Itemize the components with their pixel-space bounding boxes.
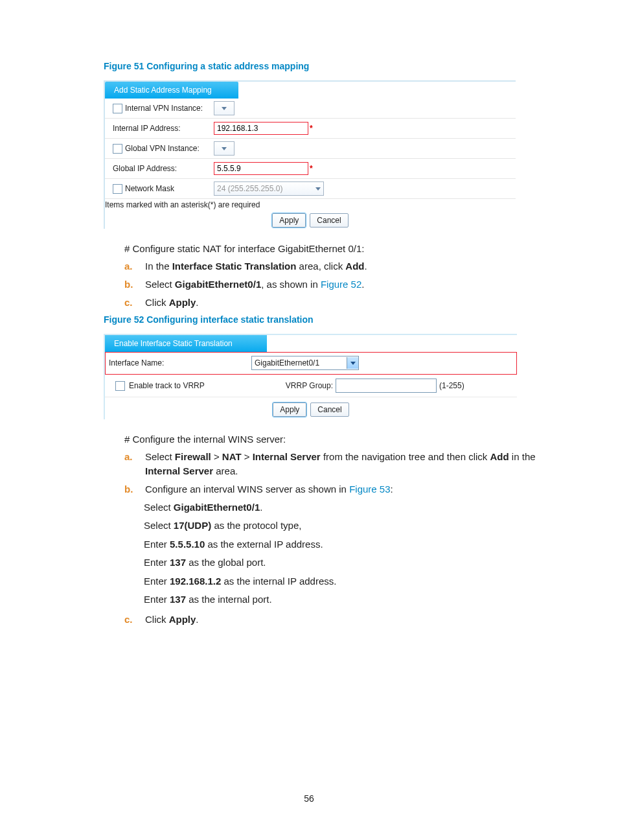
step2-c: c.Click Apply. — [124, 612, 542, 627]
chevron-down-icon — [347, 357, 358, 369]
netmask-dropdown[interactable]: 24 (255.255.255.0) — [214, 181, 324, 196]
cancel-button[interactable]: Cancel — [310, 402, 349, 417]
page-number: 56 — [0, 793, 618, 804]
internal-ip-input[interactable] — [214, 122, 308, 135]
global-vpn-label: Global VPN Instance: — [125, 144, 200, 153]
substep-6: Enter 137 as the internal port. — [144, 592, 542, 607]
substep-4: Enter 137 as the global port. — [144, 555, 542, 570]
required-asterisk: * — [310, 124, 313, 133]
vrrp-group-label: VRRP Group: — [251, 381, 336, 390]
interface-name-value: GigabitEthernet0/1 — [255, 358, 319, 368]
step-c: c.Click Apply. — [124, 296, 542, 310]
row-internal-ip: Internal IP Address: * — [105, 119, 516, 139]
vrrp-label: Enable track to VRRP — [129, 381, 205, 390]
chevron-down-icon — [222, 147, 227, 150]
substep-3: Enter 5.5.5.10 as the external IP addres… — [144, 537, 542, 552]
internal-vpn-label: Internal VPN Instance: — [125, 104, 203, 113]
step-a: a.In the Interface Static Translation ar… — [124, 259, 542, 274]
step2-a: a.Select Firewall > NAT > Internal Serve… — [124, 450, 542, 478]
netmask-label: Network Mask — [125, 184, 174, 193]
apply-button[interactable]: Apply — [273, 402, 306, 417]
row-internal-vpn: Internal VPN Instance: — [105, 99, 516, 119]
instruction-text-2: # Configure the internal WINS server: — [124, 434, 542, 445]
chevron-down-icon — [315, 187, 321, 191]
row-netmask: Network Mask 24 (255.255.255.0) — [105, 179, 516, 199]
figure-52-link[interactable]: Figure 52 — [321, 279, 361, 290]
substep-1: Select GigabitEthernet0/1. — [144, 500, 542, 515]
row-global-vpn: Global VPN Instance: — [105, 139, 516, 159]
fig51-form: Add Static Address Mapping Internal VPN … — [104, 80, 516, 229]
figure-52-title: Figure 52 Configuring interface static t… — [104, 314, 542, 325]
figure-53-link[interactable]: Figure 53 — [349, 484, 390, 495]
step-b: b.Select GigabitEthernet0/1, as shown in… — [124, 277, 542, 292]
global-ip-label: Global IP Address: — [113, 164, 177, 173]
vrrp-checkbox[interactable] — [115, 381, 125, 391]
vrrp-hint: (1-255) — [439, 381, 464, 390]
internal-ip-label: Internal IP Address: — [113, 124, 181, 133]
internal-vpn-checkbox[interactable] — [113, 104, 122, 113]
netmask-checkbox[interactable] — [113, 184, 122, 194]
step2-b: b.Configure an interval WINS server as s… — [124, 482, 542, 496]
chevron-down-icon — [222, 107, 227, 110]
internal-vpn-dropdown[interactable] — [214, 101, 235, 115]
global-vpn-dropdown[interactable] — [214, 141, 235, 156]
global-ip-input[interactable] — [214, 162, 308, 175]
row-vrrp: Enable track to VRRP VRRP Group: (1-255) — [105, 375, 517, 397]
required-note: Items marked with an asterisk(*) are req… — [105, 199, 516, 209]
interface-name-dropdown[interactable]: GigabitEthernet0/1 — [251, 356, 359, 370]
substep-5: Enter 192.168.1.2 as the internal IP add… — [144, 574, 542, 589]
figure-51-title: Figure 51 Configuring a static address m… — [104, 61, 542, 71]
row-interface-name: Interface Name: GigabitEthernet0/1 — [105, 352, 517, 375]
row-global-ip: Global IP Address: * — [105, 159, 516, 179]
cancel-button[interactable]: Cancel — [310, 213, 348, 228]
substep-2: Select 17(UDP) as the protocol type, — [144, 519, 542, 533]
global-vpn-checkbox[interactable] — [113, 144, 122, 154]
apply-button[interactable]: Apply — [272, 213, 306, 228]
netmask-value: 24 (255.255.255.0) — [217, 184, 282, 193]
vrrp-group-input[interactable] — [336, 379, 437, 393]
required-asterisk: * — [310, 164, 313, 173]
fig52-form: Enable Interface Static Translation Inte… — [104, 334, 517, 419]
instruction-text-1: # Configure static NAT for interface Gig… — [124, 243, 542, 254]
interface-name-label: Interface Name: — [109, 358, 164, 368]
fig52-header: Enable Interface Static Translation — [105, 335, 267, 352]
fig51-header: Add Static Address Mapping — [105, 82, 238, 99]
